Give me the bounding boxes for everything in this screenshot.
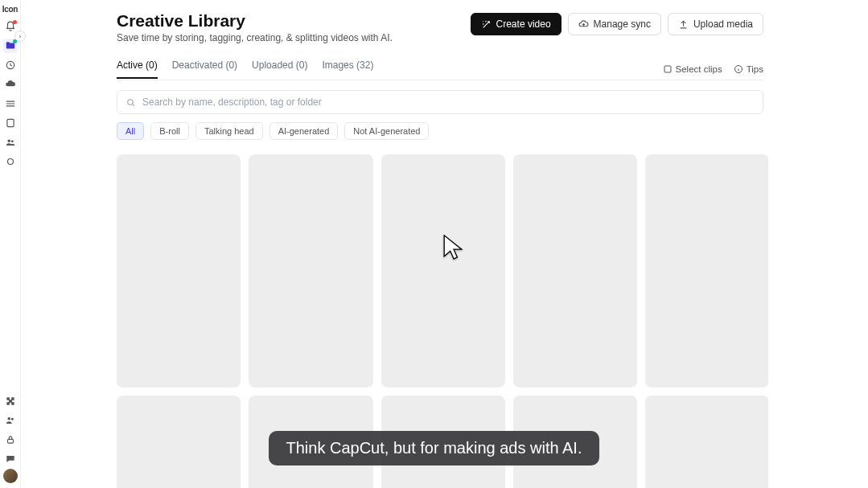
filter-ai-generated[interactable]: AI-generated — [269, 122, 339, 140]
sidebar-item-team[interactable] — [3, 135, 18, 150]
people-icon — [5, 137, 16, 148]
video-caption: Think CapCut, but for making ads with AI… — [269, 431, 600, 465]
sidebar-item-editor[interactable] — [3, 116, 18, 130]
sync-badge — [13, 39, 17, 43]
page-subtitle: Save time by storing, tagging, creating,… — [117, 32, 393, 43]
tabs-row: Active (0) Deactivated (0) Uploaded (0) … — [117, 58, 763, 80]
sidebar-item-clock[interactable] — [3, 58, 18, 72]
document-icon — [5, 117, 16, 129]
search-icon — [125, 97, 136, 108]
search-input[interactable] — [142, 96, 755, 108]
main-content: Creative Library Save time by storing, t… — [117, 11, 763, 488]
title-block: Creative Library Save time by storing, t… — [117, 11, 393, 43]
manage-sync-button[interactable]: Manage sync — [568, 13, 661, 35]
upload-media-button[interactable]: Upload media — [668, 13, 763, 35]
svg-point-10 — [128, 99, 134, 104]
tab-images[interactable]: Images (32) — [322, 59, 373, 78]
header-actions: Create video Manage sync Upload media — [471, 13, 763, 35]
sidebar-item-help[interactable] — [3, 154, 18, 169]
chevron-right-icon: › — [19, 33, 22, 40]
avatar[interactable] — [3, 469, 18, 483]
svg-point-3 — [10, 140, 13, 142]
skeleton-card — [117, 154, 241, 388]
filter-talking-head[interactable]: Talking head — [195, 122, 263, 140]
svg-point-4 — [7, 159, 13, 165]
filter-chips: All B-roll Talking head AI-generated Not… — [117, 122, 763, 140]
page-header: Creative Library Save time by storing, t… — [117, 11, 763, 43]
svg-point-2 — [7, 140, 10, 143]
lock-icon — [5, 434, 16, 445]
clock-icon — [5, 59, 16, 71]
svg-rect-8 — [664, 66, 671, 72]
svg-point-5 — [7, 417, 10, 420]
svg-point-6 — [10, 418, 13, 420]
cloud-icon — [5, 79, 16, 90]
sidebar-item-settings-team[interactable] — [3, 413, 18, 428]
skeleton-card — [645, 154, 768, 388]
filter-broll[interactable]: B-roll — [150, 122, 189, 140]
brand-logo: Icon — [2, 5, 18, 14]
tips-label: Tips — [747, 64, 763, 74]
skeleton-card — [513, 154, 637, 388]
tabs-right-actions: Select clips Tips — [663, 64, 763, 74]
create-video-button[interactable]: Create video — [471, 13, 562, 35]
layers-icon — [5, 98, 16, 109]
puzzle-icon — [5, 396, 16, 407]
search-bar[interactable] — [117, 90, 763, 114]
upload-icon — [678, 19, 689, 30]
upload-media-label: Upload media — [693, 18, 753, 30]
chat-icon — [5, 453, 16, 465]
sidebar: Icon › — [0, 0, 21, 488]
tab-active[interactable]: Active (0) — [117, 59, 158, 79]
tabs: Active (0) Deactivated (0) Uploaded (0) … — [117, 59, 373, 78]
sidebar-item-library[interactable] — [3, 39, 18, 53]
skeleton-card — [249, 154, 372, 388]
skeleton-card — [381, 154, 505, 388]
skeleton-card — [645, 396, 768, 488]
filter-all[interactable]: All — [117, 122, 144, 140]
tips-button[interactable]: Tips — [734, 64, 763, 74]
sidebar-item-notifications[interactable] — [3, 19, 18, 34]
sync-cloud-icon — [578, 19, 589, 30]
tab-deactivated[interactable]: Deactivated (0) — [172, 59, 237, 78]
circle-icon — [5, 156, 16, 167]
sidebar-item-puzzle[interactable] — [3, 394, 18, 408]
create-video-label: Create video — [496, 18, 551, 30]
tab-uploaded[interactable]: Uploaded (0) — [252, 59, 307, 78]
sidebar-item-chat[interactable] — [3, 452, 18, 466]
svg-rect-1 — [6, 119, 13, 126]
skeleton-card — [117, 396, 241, 488]
filter-not-ai[interactable]: Not AI-generated — [344, 122, 429, 140]
sidebar-item-assets[interactable] — [3, 96, 18, 111]
info-icon — [734, 64, 743, 74]
select-icon — [663, 64, 673, 74]
select-clips-label: Select clips — [676, 64, 722, 74]
page-title: Creative Library — [117, 11, 393, 31]
select-clips-button[interactable]: Select clips — [663, 64, 722, 74]
group-icon — [5, 415, 16, 426]
svg-rect-7 — [7, 439, 13, 443]
notification-badge — [13, 20, 17, 24]
sidebar-item-upload[interactable] — [3, 77, 18, 92]
manage-sync-label: Manage sync — [594, 18, 651, 30]
sidebar-item-account[interactable] — [3, 433, 18, 447]
wand-icon — [481, 19, 492, 30]
